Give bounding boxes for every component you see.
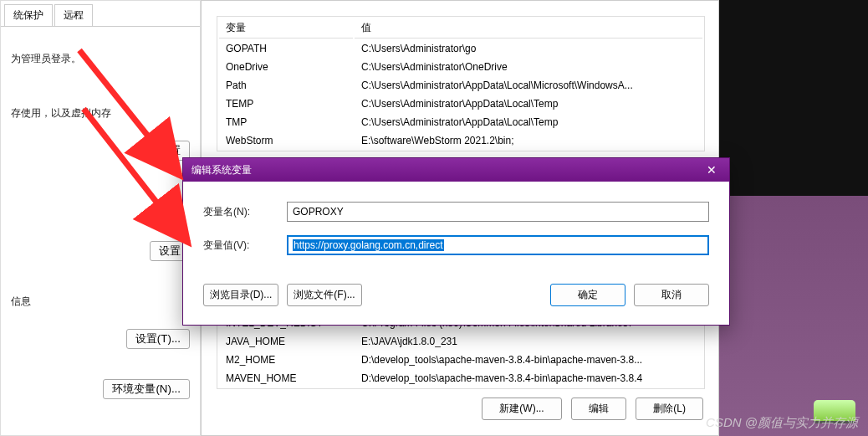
table-row[interactable]: PathC:\Users\Administrator\AppData\Local… [219,77,702,94]
system-properties-panel: 统保护 远程 为管理员登录。 存使用，以及虚拟内存 设置 设置 信息 设置(T)… [0,0,201,436]
var-name: M2_HOME [219,351,353,368]
variable-name-label: 变量名(N): [203,205,287,219]
admin-login-text: 为管理员登录。 [11,52,190,66]
var-value: D:\develop_tools\apache-maven-3.8.4-bin\… [355,351,702,368]
variable-value-label: 变量值(V): [203,239,287,253]
table-row[interactable]: TEMPC:\Users\Administrator\AppData\Local… [219,95,702,112]
col-header-value[interactable]: 值 [355,18,702,38]
var-name: MAVEN_HOME [219,370,353,387]
var-name: WebStorm [219,132,353,149]
table-row[interactable]: M2_HOMED:\develop_tools\apache-maven-3.8… [219,351,702,368]
col-header-variable[interactable]: 变量 [219,18,353,38]
edit-button[interactable]: 编辑 [571,398,626,420]
tab-system-protection[interactable]: 统保护 [4,4,53,26]
user-variables-table[interactable]: 变量 值 GOPATHC:\Users\Administrator\goOneD… [217,16,705,151]
dialog-title: 编辑系统变量 [191,163,252,177]
var-value: C:\Users\Administrator\AppData\Local\Mic… [355,77,702,94]
variable-value-text: https://proxy.golang.com.cn,direct [293,239,444,251]
env-vars-button[interactable]: 环境变量(N)... [103,379,190,399]
info-label: 信息 [11,295,190,309]
desktop-background [717,0,868,436]
table-row[interactable]: TMPC:\Users\Administrator\AppData\Local\… [219,114,702,131]
table-row[interactable]: OneDriveC:\Users\Administrator\OneDrive [219,59,702,75]
table-row[interactable]: MAVEN_HOMED:\develop_tools\apache-maven-… [219,370,702,387]
var-name: GOPATH [219,40,353,57]
var-value: E:\JAVA\jdk1.8.0_231 [355,333,702,350]
var-name: TEMP [219,95,353,112]
memory-text: 存使用，以及虚拟内存 [11,106,190,121]
variable-value-input[interactable]: https://proxy.golang.com.cn,direct [287,235,709,255]
browse-directory-button[interactable]: 浏览目录(D)... [203,284,278,306]
settings-button-3[interactable]: 设置(T)... [126,329,190,349]
var-value: C:\Users\Administrator\AppData\Local\Tem… [355,95,702,112]
browse-file-button[interactable]: 浏览文件(F)... [287,284,362,306]
variable-name-input[interactable] [287,202,709,222]
var-name: JAVA_HOME [219,333,353,350]
tab-remote[interactable]: 远程 [54,4,93,26]
var-value: C:\Users\Administrator\OneDrive [355,59,702,75]
ok-button[interactable]: 确定 [550,284,625,306]
var-name: Path [219,77,353,94]
var-value: D:\develop_tools\apache-maven-3.8.4-bin\… [355,370,702,387]
table-row[interactable]: JAVA_HOMEE:\JAVA\jdk1.8.0_231 [219,333,702,350]
var-value: C:\Users\Administrator\AppData\Local\Tem… [355,114,702,131]
close-button[interactable]: ✕ [694,158,729,182]
var-name: TMP [219,114,353,131]
close-icon: ✕ [707,163,717,177]
var-value: C:\Users\Administrator\go [355,40,702,57]
table-row[interactable]: WebStormE:\software\WebStorm 2021.2\bin; [219,132,702,149]
new-button[interactable]: 新建(W)... [482,398,561,420]
table-row[interactable]: GOPATHC:\Users\Administrator\go [219,40,702,57]
battery-icon [814,400,855,423]
cancel-button[interactable]: 取消 [634,284,709,306]
dialog-titlebar[interactable]: 编辑系统变量 ✕ [183,158,729,182]
delete-button[interactable]: 删除(L) [636,398,703,420]
edit-system-variable-dialog: 编辑系统变量 ✕ 变量名(N): 变量值(V): https://proxy.g… [182,157,730,326]
var-name: OneDrive [219,59,353,75]
var-value: E:\software\WebStorm 2021.2\bin; [355,132,702,149]
